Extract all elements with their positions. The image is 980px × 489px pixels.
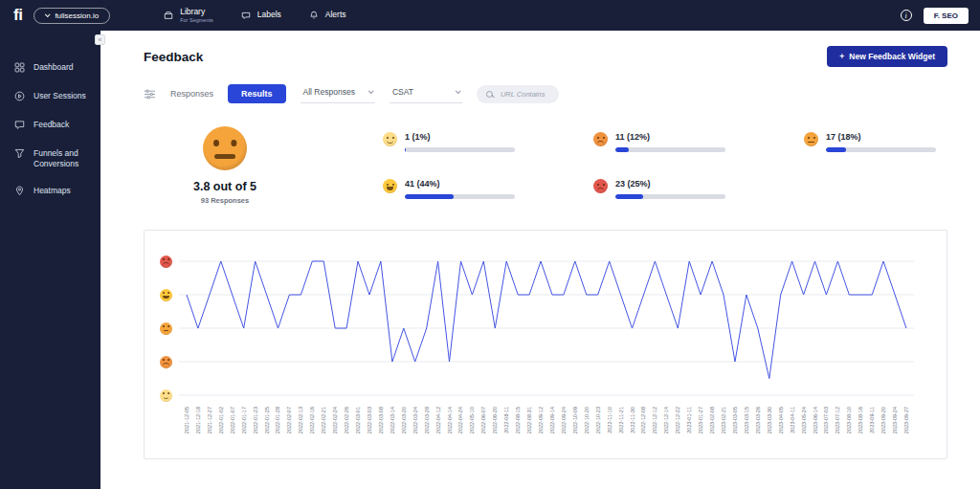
dashboard-icon: [13, 61, 26, 74]
svg-text:2022-03-03: 2022-03-03: [367, 407, 372, 433]
svg-text:2022-09-12: 2022-09-12: [538, 407, 544, 433]
svg-text:2023-09-24: 2023-09-24: [892, 407, 898, 433]
rating-progress-bar: [405, 147, 515, 152]
topbar-nav-label: Alerts: [325, 11, 346, 19]
svg-text:2022-11-21: 2022-11-21: [618, 407, 624, 433]
svg-text:2022-05-10: 2022-05-10: [469, 407, 475, 433]
slightly-happy-emoji-icon: [383, 132, 397, 146]
topbar-nav: LibraryFor SegmentsLabelsAlerts: [163, 8, 345, 22]
survey-type-select[interactable]: CSAT: [390, 84, 462, 103]
svg-text:2022-06-07: 2022-06-07: [480, 407, 486, 433]
url-search: [477, 85, 559, 103]
overall-score-block: 3.8 out of 5 93 Responses: [153, 126, 297, 205]
rating-label: 11 (12%): [615, 132, 725, 142]
topbar-nav-library[interactable]: LibraryFor Segments: [163, 8, 213, 22]
svg-text:2023-03-26: 2023-03-26: [755, 407, 761, 433]
svg-text:2021-12-18: 2021-12-18: [195, 407, 201, 433]
happy-emoji-icon: [383, 179, 397, 193]
sidebar-item-feedback[interactable]: Feedback: [0, 111, 100, 140]
chevron-down-icon: [45, 11, 51, 17]
svg-text:2022-10-23: 2022-10-23: [595, 407, 601, 433]
rating-progress-bar: [615, 147, 725, 152]
rating-item: 1 (1%): [383, 132, 526, 152]
topbar-nav-alerts[interactable]: Alerts: [308, 10, 346, 21]
workspace-name: fullsession.io: [55, 11, 99, 20]
svg-text:2023-03-30: 2023-03-30: [767, 407, 772, 433]
funnel-icon: [13, 147, 26, 160]
sidebar-item-heatmaps[interactable]: Heatmaps: [0, 177, 100, 206]
happy-emoji-icon: [160, 289, 172, 301]
angry-emoji-icon: [593, 179, 608, 193]
info-icon[interactable]: i: [901, 10, 912, 21]
topbar-right: i F. SEO: [901, 8, 969, 24]
svg-text:2023-02-08: 2023-02-08: [709, 407, 715, 433]
svg-text:2022-10-20: 2022-10-20: [584, 407, 590, 433]
svg-text:2023-03-05: 2023-03-05: [732, 407, 738, 433]
rating-progress-bar: [615, 194, 725, 199]
svg-text:2022-08-31: 2022-08-31: [526, 407, 532, 433]
sad-emoji-icon: [593, 132, 608, 146]
tab-results[interactable]: Results: [228, 84, 286, 103]
svg-text:2023-08-10: 2023-08-10: [846, 407, 852, 433]
topbar-nav-sublabel: For Segments: [180, 17, 213, 23]
rating-progress-bar: [405, 194, 515, 199]
sidebar-item-funnels-and-conversions[interactable]: Funnels and Conversions: [0, 140, 100, 177]
responses-count: 93 Responses: [153, 196, 297, 205]
svg-text:2023-07-12: 2023-07-12: [835, 407, 840, 433]
topbar-nav-label: Labels: [257, 11, 281, 19]
url-contains-input[interactable]: [499, 89, 549, 100]
sidebar-collapse-button[interactable]: «: [95, 34, 105, 45]
user-sessions-icon: [13, 90, 26, 102]
heatmap-icon: [13, 185, 26, 197]
svg-text:2022-09-24: 2022-09-24: [561, 407, 567, 433]
rating-label: 17 (18%): [826, 132, 936, 142]
rating-item: 17 (18%): [804, 132, 947, 152]
svg-text:2022-03-24: 2022-03-24: [412, 407, 418, 433]
svg-text:2023-09-20: 2023-09-20: [880, 407, 886, 433]
ratings-grid: 1 (1%)11 (12%)17 (18%)41 (44%)23 (25%): [383, 132, 947, 199]
rating-progress-fill: [405, 147, 406, 152]
responses-filter-select[interactable]: All Responses: [301, 84, 375, 103]
csat-trend-chart: 2021-12-052021-12-182021-12-272022-01-02…: [154, 238, 937, 451]
user-button[interactable]: F. SEO: [924, 8, 969, 24]
svg-text:2023-04-11: 2023-04-11: [790, 407, 795, 433]
svg-text:2022-02-13: 2022-02-13: [298, 407, 303, 433]
library-icon: [163, 10, 174, 21]
sidebar: DashboardUser SessionsFeedbackFunnels an…: [0, 31, 100, 489]
svg-text:2023-09-27: 2023-09-27: [903, 407, 909, 433]
app-logo: fi: [13, 6, 22, 25]
sidebar-item-dashboard[interactable]: Dashboard: [0, 54, 100, 82]
angry-emoji-icon: [160, 256, 172, 268]
survey-type-value: CSAT: [392, 87, 413, 97]
filter-icon[interactable]: [144, 89, 156, 100]
svg-text:2023-07-03: 2023-07-03: [823, 407, 829, 433]
svg-text:2022-12-14: 2022-12-14: [663, 407, 669, 433]
svg-text:2022-10-09: 2022-10-09: [572, 407, 578, 433]
svg-text:2023-09-11: 2023-09-11: [869, 407, 875, 433]
tab-responses[interactable]: Responses: [170, 89, 213, 99]
sidebar-item-label: User Sessions: [33, 91, 86, 101]
svg-text:2022-01-28: 2022-01-28: [275, 407, 280, 433]
svg-text:2022-02-21: 2022-02-21: [321, 407, 326, 433]
workspace-selector[interactable]: fullsession.io: [33, 8, 110, 24]
responses-filter-value: All Responses: [303, 87, 355, 97]
rating-progress-fill: [615, 194, 643, 199]
svg-text:2022-01-02: 2022-01-02: [218, 407, 224, 433]
svg-text:2022-03-01: 2022-03-01: [355, 407, 361, 433]
svg-text:2022-06-20: 2022-06-20: [492, 407, 498, 433]
svg-text:2022-04-24: 2022-04-24: [457, 407, 463, 433]
rating-label: 1 (1%): [405, 132, 515, 142]
topbar: fi fullsession.io LibraryFor SegmentsLab…: [0, 0, 980, 31]
svg-text:2022-01-23: 2022-01-23: [253, 407, 258, 433]
svg-text:2022-11-10: 2022-11-10: [607, 407, 612, 433]
overall-emoji-slot: [203, 139, 247, 155]
topbar-nav-label: Library: [180, 8, 213, 16]
sidebar-item-label: Heatmaps: [33, 186, 71, 196]
new-feedback-widget-button[interactable]: + New Feedback Widget: [827, 46, 947, 67]
neutral-emoji-icon: [804, 132, 818, 146]
svg-text:2023-08-16: 2023-08-16: [858, 407, 863, 433]
svg-text:2022-02-07: 2022-02-07: [286, 407, 292, 433]
sidebar-item-user-sessions[interactable]: User Sessions: [0, 82, 100, 111]
topbar-nav-labels[interactable]: Labels: [240, 10, 281, 21]
rating-progress-bar: [826, 147, 936, 152]
